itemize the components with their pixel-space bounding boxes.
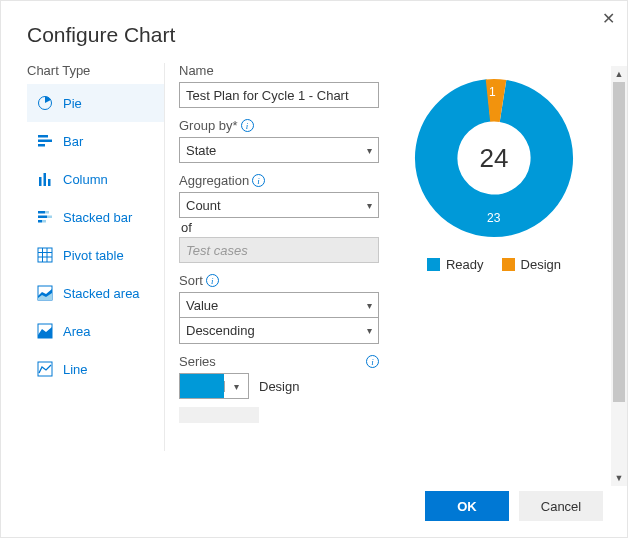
dialog-footer: OK Cancel [425, 491, 603, 521]
area-icon [37, 323, 53, 339]
svg-rect-8 [45, 211, 49, 214]
chevron-down-icon: ▾ [367, 145, 372, 156]
svg-rect-11 [38, 220, 42, 223]
of-field-disabled: Test cases [179, 237, 379, 263]
stacked-bar-icon [37, 209, 53, 225]
group-by-label: Group by*i [179, 118, 361, 133]
series-label: Series [179, 354, 216, 369]
chart-legend: Ready Design [427, 257, 561, 272]
legend-item-design: Design [502, 257, 561, 272]
chart-type-label-text: Area [63, 324, 90, 339]
column-icon [37, 171, 53, 187]
svg-rect-5 [44, 173, 47, 186]
svg-rect-12 [42, 220, 46, 223]
svg-rect-2 [38, 140, 52, 143]
svg-rect-1 [38, 135, 48, 138]
series-selected-name: Design [259, 379, 299, 394]
name-label: Name [179, 63, 361, 78]
name-input[interactable]: Test Plan for Cycle 1 - Chart [179, 82, 379, 108]
name-input-value: Test Plan for Cycle 1 - Chart [186, 88, 349, 103]
chevron-down-icon: ▾ [367, 300, 372, 311]
sort-label: Sorti [179, 273, 361, 288]
svg-rect-13 [38, 248, 52, 262]
scroll-down-icon[interactable]: ▼ [611, 470, 627, 486]
info-icon[interactable]: i [206, 274, 219, 287]
slice-label-ready: 23 [487, 211, 500, 225]
series-placeholder [179, 407, 259, 423]
svg-rect-7 [38, 211, 45, 214]
chart-type-bar[interactable]: Bar [27, 122, 164, 160]
svg-rect-9 [38, 216, 47, 219]
chart-type-stacked-area[interactable]: Stacked area [27, 274, 164, 312]
series-label-row: Series i [179, 354, 379, 369]
sort-direction-select[interactable]: Descending ▾ [179, 318, 379, 344]
donut-center-total: 24 [480, 143, 509, 174]
aggregation-select[interactable]: Count ▾ [179, 192, 379, 218]
chart-type-label-text: Line [63, 362, 88, 377]
legend-item-ready: Ready [427, 257, 484, 272]
scroll-up-icon[interactable]: ▲ [611, 66, 627, 82]
svg-rect-3 [38, 144, 45, 147]
chart-type-label: Chart Type [27, 63, 164, 78]
scrollbar-thumb[interactable] [613, 82, 625, 402]
slice-label-design: 1 [489, 85, 496, 99]
chart-type-label-text: Column [63, 172, 108, 187]
aggregation-label: Aggregationi [179, 173, 361, 188]
scrollbar-track[interactable] [611, 82, 627, 470]
chart-type-pie[interactable]: Pie [27, 84, 164, 122]
legend-swatch [502, 258, 515, 271]
group-by-select[interactable]: State ▾ [179, 137, 379, 163]
bar-icon [37, 133, 53, 149]
chart-type-panel: Chart Type Pie Bar Column [27, 63, 165, 451]
series-color-swatch [180, 374, 224, 398]
chevron-down-icon: ▾ [367, 200, 372, 211]
chart-type-stacked-bar[interactable]: Stacked bar [27, 198, 164, 236]
close-icon[interactable]: ✕ [602, 9, 615, 28]
legend-swatch [427, 258, 440, 271]
chart-preview: 24 23 1 Ready Design [375, 63, 627, 451]
svg-rect-6 [48, 179, 51, 186]
chevron-down-icon: ▾ [367, 325, 372, 336]
of-label: of [181, 220, 361, 235]
sort-field-value: Value [186, 298, 218, 313]
chart-type-label-text: Pivot table [63, 248, 124, 263]
series-color-select[interactable]: ▾ [179, 373, 249, 399]
svg-rect-10 [47, 216, 52, 219]
aggregation-value: Count [186, 198, 221, 213]
cancel-button[interactable]: Cancel [519, 491, 603, 521]
chart-type-pivot-table[interactable]: Pivot table [27, 236, 164, 274]
stacked-area-icon [37, 285, 53, 301]
chart-type-label-text: Pie [63, 96, 82, 111]
chart-type-area[interactable]: Area [27, 312, 164, 350]
chart-type-label-text: Stacked area [63, 286, 140, 301]
group-by-value: State [186, 143, 216, 158]
svg-rect-4 [39, 177, 42, 186]
dialog-title: Configure Chart [1, 1, 627, 63]
info-icon[interactable]: i [252, 174, 265, 187]
pivot-table-icon [37, 247, 53, 263]
donut-chart: 24 23 1 [409, 73, 579, 243]
pie-icon [37, 95, 53, 111]
chevron-down-icon: ▾ [224, 381, 248, 392]
legend-label: Ready [446, 257, 484, 272]
legend-label: Design [521, 257, 561, 272]
vertical-scrollbar[interactable]: ▲ ▼ [611, 66, 627, 486]
chart-type-label-text: Bar [63, 134, 83, 149]
sort-field-select[interactable]: Value ▾ [179, 292, 379, 318]
ok-button[interactable]: OK [425, 491, 509, 521]
chart-type-column[interactable]: Column [27, 160, 164, 198]
sort-direction-value: Descending [186, 323, 255, 338]
config-form: Name Test Plan for Cycle 1 - Chart Group… [165, 63, 375, 451]
chart-type-label-text: Stacked bar [63, 210, 132, 225]
chart-type-line[interactable]: Line [27, 350, 164, 388]
info-icon[interactable]: i [241, 119, 254, 132]
line-icon [37, 361, 53, 377]
